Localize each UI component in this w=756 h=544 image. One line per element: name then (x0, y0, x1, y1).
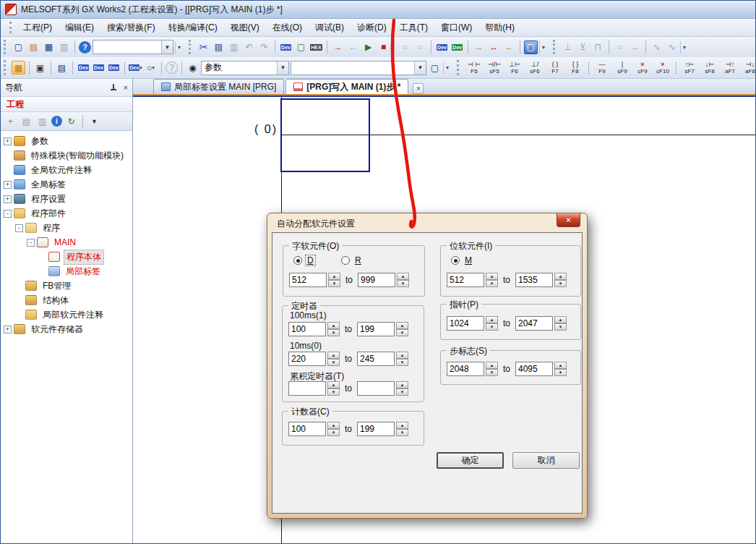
timer-10ms-to-input[interactable] (357, 352, 395, 366)
rising-pulse-button[interactable]: ↑⊢sF7 (680, 59, 699, 77)
spin-down-icon[interactable]: ▼ (554, 369, 567, 376)
device-find-icon[interactable]: Dev (279, 41, 293, 54)
property-info-icon[interactable]: i (51, 116, 62, 127)
zoom-find2-icon[interactable]: ○ (413, 41, 427, 54)
spin-up-icon[interactable]: ▲ (327, 322, 340, 329)
tab-program-write-main[interactable]: [PRG]写入 MAIN (1)步 * (285, 79, 408, 94)
spin-up-icon[interactable]: ▲ (327, 352, 340, 359)
toolbar-overflow-chevron[interactable]: ▾ (443, 61, 451, 74)
device-table-icon[interactable]: Dev (92, 61, 106, 75)
waveform1-icon[interactable]: ∿ (650, 41, 663, 54)
spin-up-icon[interactable]: ▲ (396, 381, 408, 388)
word-from-input[interactable] (289, 273, 327, 287)
monitor-stop-icon[interactable]: ■ (377, 41, 390, 54)
word-to-spinner[interactable]: ▲▼ (397, 273, 409, 287)
word-from-spinner[interactable]: ▲▼ (328, 273, 340, 287)
tree-item-special-module[interactable]: 特殊模块(智能功能模块) (1, 148, 132, 163)
quick-access-combo[interactable]: ▼ (93, 40, 173, 54)
radio-word-d[interactable]: D (293, 255, 315, 265)
dropdown-arrow-icon[interactable]: ▼ (414, 61, 426, 75)
find-target-combo[interactable]: 参数 ▼ (201, 61, 289, 75)
spin-up-icon[interactable]: ▲ (396, 422, 408, 429)
tree-item-local-device-comment[interactable]: 局部软元件注释 (1, 307, 132, 322)
counter-to-input[interactable] (357, 422, 395, 436)
radio-word-r[interactable]: R (341, 255, 363, 265)
tree-item-device-memory[interactable]: + 软元件存储器 (1, 322, 132, 336)
bit-to-spinner[interactable]: ▲▼ (554, 273, 567, 287)
spin-down-icon[interactable]: ▼ (397, 280, 409, 287)
spin-down-icon[interactable]: ▼ (327, 359, 340, 366)
paste-icon[interactable]: ▥ (227, 41, 241, 54)
vertical-line-button[interactable]: |sF9 (613, 59, 632, 77)
auto-hide-pin-icon[interactable] (109, 83, 118, 92)
tree-item-parameter[interactable]: + 参数 (1, 134, 132, 148)
zoom-find-icon[interactable]: ○ (398, 41, 412, 54)
device-search-icon[interactable]: ○▾ (144, 61, 158, 75)
pointer-to-input[interactable] (515, 316, 553, 331)
open-project-icon[interactable]: ▤ (27, 41, 40, 54)
spin-up-icon[interactable]: ▲ (554, 316, 567, 323)
copy-icon[interactable]: ▤ (212, 41, 225, 54)
horizontal-line-button[interactable]: —F9 (593, 59, 611, 77)
hex-find-icon[interactable]: HEX (309, 41, 323, 54)
sort-mode-icon[interactable]: ▼ (87, 114, 101, 128)
menu-project[interactable]: 工程(P) (17, 20, 58, 36)
new-item-icon[interactable]: + (4, 114, 17, 128)
spin-down-icon[interactable]: ▼ (486, 280, 498, 287)
timer-100ms-from-input[interactable] (288, 322, 326, 336)
bit-from-spinner[interactable]: ▲▼ (486, 273, 498, 287)
spin-down-icon[interactable]: ▼ (554, 323, 567, 331)
spinner[interactable]: ▲▼ (327, 352, 340, 366)
monitor-mode-icon[interactable]: ▢ (524, 41, 538, 54)
radio-bit-m[interactable]: M (451, 255, 473, 265)
expand-toggle[interactable]: + (4, 181, 12, 189)
spinner[interactable]: ▲▼ (554, 316, 567, 331)
tree-item-fb-management[interactable]: FB管理 (1, 279, 132, 293)
expand-toggle[interactable]: + (4, 326, 12, 333)
menu-online[interactable]: 在线(O) (267, 20, 308, 36)
spin-down-icon[interactable]: ▼ (486, 323, 498, 331)
closed-contact-button[interactable]: ⊣/⊢sF5 (485, 59, 504, 77)
word-to-input[interactable] (358, 273, 395, 287)
spinner[interactable]: ▲▼ (396, 322, 408, 336)
spin-up-icon[interactable]: ▲ (486, 273, 498, 280)
jump-gray-icon[interactable]: → (628, 41, 642, 54)
falling-pulse-button[interactable]: ↓⊢sF8 (700, 59, 719, 77)
print-icon[interactable]: ▥ (57, 41, 71, 54)
document-find-icon[interactable]: ▢ (428, 61, 442, 75)
menu-find-replace[interactable]: 搜索/替换(F) (101, 20, 161, 36)
spin-down-icon[interactable]: ▼ (486, 369, 498, 376)
rising-pulse-branch-button[interactable]: ⊣↑aF7 (721, 59, 739, 77)
timer-10ms-from-input[interactable] (288, 352, 326, 366)
tree-item-main[interactable]: - MAIN (1, 235, 132, 250)
spin-down-icon[interactable]: ▼ (554, 280, 567, 287)
spinner[interactable]: ▲▼ (327, 322, 340, 336)
bit-from-input[interactable] (447, 273, 484, 287)
ladder-edit2-icon[interactable]: ⊻ (576, 41, 590, 54)
pointer-from-input[interactable] (447, 316, 484, 331)
closed-branch-button[interactable]: ⊥/sF6 (525, 59, 544, 77)
step-flag-to-input[interactable] (515, 362, 553, 376)
spinner[interactable]: ▲▼ (396, 422, 408, 436)
expand-toggle[interactable]: + (4, 195, 12, 203)
jump-cross-icon[interactable]: ↔ (487, 41, 501, 54)
screen-find-icon[interactable]: ▢ (294, 41, 308, 54)
spin-up-icon[interactable]: ▲ (396, 322, 408, 329)
spin-up-icon[interactable]: ▲ (327, 422, 340, 429)
counter-from-input[interactable] (288, 422, 326, 436)
open-contact-button[interactable]: ⊣ ⊢F5 (465, 59, 484, 77)
tree-item-program-setting[interactable]: + 程序设置 (1, 192, 132, 206)
undo-icon[interactable]: ↶ (242, 41, 256, 54)
spin-down-icon[interactable]: ▼ (328, 280, 340, 287)
device-batch-icon[interactable]: Dev (107, 61, 121, 75)
tree-item-global-device-comment[interactable]: 全局软元件注释 (1, 163, 132, 177)
application-instruction-button[interactable]: { }F8 (566, 59, 585, 77)
waveform2-icon[interactable]: ∿ (665, 41, 679, 54)
spin-up-icon[interactable]: ▲ (328, 273, 340, 280)
read-from-plc-icon[interactable]: ← (346, 41, 360, 54)
binoculars-find-icon[interactable]: ◉ (186, 61, 199, 75)
radio-r-icon[interactable] (341, 256, 350, 265)
close-panel-icon[interactable]: × (124, 83, 128, 92)
navigation-toggle-icon[interactable]: ▦ (12, 61, 25, 75)
spin-down-icon[interactable]: ▼ (396, 359, 408, 366)
